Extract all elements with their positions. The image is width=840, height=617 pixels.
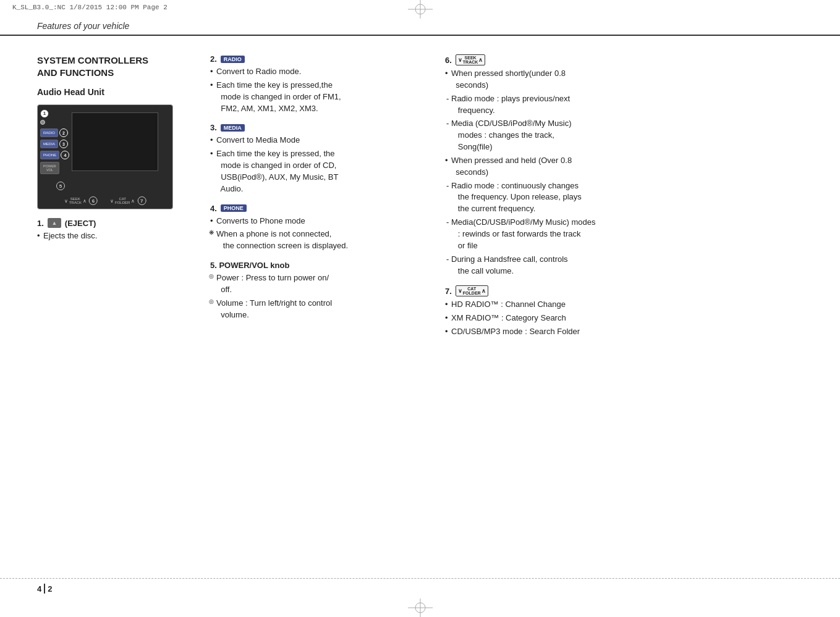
main-content: SYSTEM CONTROLLERS AND FUNCTIONS Audio H… [0,54,840,340]
item7-bullet3: CD/USB/MP3 mode : Search Folder [445,326,803,338]
head-unit-diagram: 1 RADIO 2 MEDIA 3 PHONE 4 P [37,104,173,209]
item6-sub2: Media (CD/USB/iPod®/My Music) modes : ch… [445,118,803,153]
item6-sub1: Radio mode : plays previous/next frequen… [445,93,803,117]
item5-bullet2: Volume : Turn left/right to control volu… [210,298,420,321]
diag-row2: RADIO 2 [40,128,67,137]
section-heading: SYSTEM CONTROLLERS AND FUNCTIONS [37,54,185,78]
crosshair-top [408,0,433,19]
page-header-title: Features of your vehicle [37,21,129,31]
page-separator [44,584,45,594]
phone-btn-diagram: PHONE [40,151,59,159]
diag-num1: 1 [40,107,49,118]
eject-btn-diagram [40,120,45,125]
item3-bullets: Convert to Media Mode Each time the key … [210,135,420,195]
item4-bullet1: Converts to Phone mode [210,216,420,227]
radio-btn-diagram: RADIO [40,128,58,137]
item2-bullet2: Each time the key is pressed,the mode is… [210,80,420,115]
top-bar-text: K_SL_B3.0_:NC 1/8/2015 12:00 PM Page 2 [12,4,168,11]
item3-bullet1: Convert to Media Mode [210,135,420,146]
item7-header: 7. ∨ CAT FOLDER ∧ [445,285,803,296]
page-sub-number: 2 [48,584,52,594]
item1-bullet1: Ejects the disc. [37,230,185,242]
diag-row-power: POWERVOL [40,162,67,174]
media-btn-diagram: MEDIA [40,140,58,148]
item2-bullet1: Convert to Radio mode. [210,66,420,78]
item3-header: 3. MEDIA [210,123,420,132]
sub-heading: Audio Head Unit [37,87,185,97]
diag-row3: MEDIA 3 [40,140,67,148]
item6-bullets: When pressed shortly(under 0.8 seconds) … [445,68,803,277]
seek-track-area: ∨ SEEKTRACK ∧ 6 [64,196,98,205]
media-badge: MEDIA [221,124,245,132]
hu-bottom-controls: ∨ SEEKTRACK ∧ 6 ∨ CATFOLDER ∧ 7 [64,196,146,205]
item6-intro: When pressed shortly(under 0.8 seconds) [445,68,803,91]
radio-badge: RADIO [221,56,245,63]
hu-screen [72,112,158,171]
item5-header: 5. POWER/VOL knob [210,261,420,270]
item6-header: 6. ∨ SEEK TRACK ∧ [445,54,803,65]
item7-bullet2: XM RADIO™ : Category Search [445,313,803,324]
diag-num5: 5 [56,180,65,191]
item7-bullet1: HD RADIO™ : Channel Change [445,299,803,311]
item4-header: 4. PHONE [210,204,420,213]
col-right: 6. ∨ SEEK TRACK ∧ When pressed shortly(u… [433,54,803,340]
item6-intro2: When pressed and held (Over 0.8 seconds) [445,155,803,178]
hu-left-buttons: RADIO 2 MEDIA 3 PHONE 4 POWERVOL [38,117,70,177]
item2-header: 2. RADIO [210,54,420,64]
item5-bullets: Power : Press to turn power on/ off. Vol… [210,272,420,321]
power-btn-diagram: POWERVOL [40,162,59,174]
cat-folder-badge: ∨ CAT FOLDER ∧ [456,285,488,296]
diag-row4: PHONE 4 [40,151,67,159]
item7-bullets: HD RADIO™ : Channel Change XM RADIO™ : C… [445,299,803,338]
item6-sub3: Radio mode : continuously changes the fr… [445,180,803,216]
item1-bullets: Ejects the disc. [37,230,185,242]
item3-bullet2: Each time the key is pressed, the mode i… [210,148,420,195]
item1-label: 1. (EJECT) [37,218,185,228]
item5-bullet1: Power : Press to turn power on/ off. [210,272,420,296]
eject-icon [48,218,61,228]
phone-badge: PHONE [221,204,247,212]
item2-bullets: Convert to Radio mode. Each time the key… [210,66,420,114]
item6-sub5: During a Handsfree call, controls the ca… [445,254,803,277]
crosshair-bottom [408,598,433,617]
col-left: SYSTEM CONTROLLERS AND FUNCTIONS Audio H… [37,54,198,340]
seek-track-badge: ∨ SEEK TRACK ∧ [456,54,486,65]
cat-folder-area: ∨ CATFOLDER ∧ 7 [110,196,146,205]
page-number: 4 [37,584,41,594]
item6-sub4: Media(CD/USB/iPod®/My Music) modes : rew… [445,217,803,252]
col-middle: 2. RADIO Convert to Radio mode. Each tim… [198,54,433,340]
item4-note: When a phone is not connected, the conne… [210,229,420,252]
page-footer: 4 2 [0,578,840,598]
item4-bullets: Converts to Phone mode When a phone is n… [210,216,420,253]
